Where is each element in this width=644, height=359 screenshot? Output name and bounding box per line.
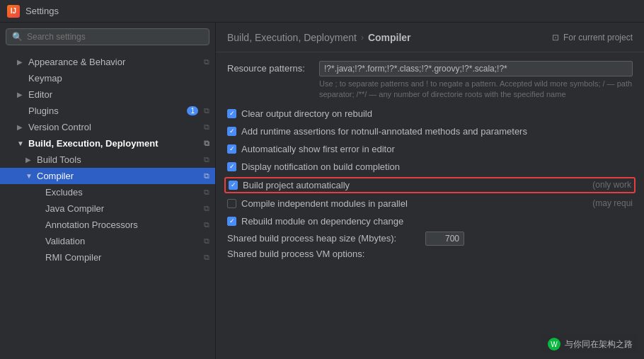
sidebar-item-excludes[interactable]: Excludes ⧉ — [0, 184, 215, 200]
content-area: Build, Execution, Deployment › Compiler … — [216, 23, 644, 359]
setting-row-rebuild-dependency: ✓ Rebuild module on dependency change — [227, 214, 633, 229]
setting-row-auto-show-error: ✓ Automatically show first error in edit… — [227, 142, 633, 156]
checkbox-label: Add runtime assertions for notnull-annot… — [241, 126, 527, 137]
heap-size-row: Shared build process heap size (Mbytes): — [227, 232, 633, 246]
checkbox-label: Clear output directory on rebuild — [241, 108, 372, 119]
checkbox-auto-show-error[interactable]: ✓ Automatically show first error in edit… — [227, 144, 395, 154]
checkbox-clear-output[interactable]: ✓ Clear output directory on rebuild — [227, 108, 372, 119]
expand-arrow-editor: ▶ — [17, 91, 25, 98]
copy-icon: ⧉ — [204, 122, 209, 132]
checkmark: ✓ — [229, 146, 235, 152]
checkmark: ✓ — [229, 110, 235, 117]
sidebar-item-label: Compiler — [37, 171, 201, 181]
sidebar-item-label: Appearance & Behavior — [28, 57, 201, 67]
checkbox-label: Compile independent modules in parallel — [241, 198, 408, 209]
plugins-badge: 1 — [187, 106, 198, 115]
checkmark: ✓ — [229, 128, 235, 135]
checkmark: ✓ — [229, 218, 235, 224]
sidebar-item-keymap[interactable]: Keymap — [0, 70, 215, 86]
checkbox-compile-parallel[interactable]: Compile independent modules in parallel — [227, 198, 408, 209]
copy-icon: ⧉ — [204, 237, 209, 246]
copy-icon: ⧉ — [204, 171, 209, 181]
setting-row-display-notification: ✓ Display notification on build completi… — [227, 159, 633, 174]
checkbox-compile-parallel-box[interactable] — [227, 199, 236, 208]
checkbox-build-automatically-box[interactable]: ✓ — [229, 181, 238, 190]
resource-input-area: Use ; to separate patterns and ! to nega… — [319, 61, 633, 101]
copy-icon: ⧉ — [204, 155, 209, 164]
sidebar-item-label: Version Control — [28, 122, 201, 132]
for-current-project-label: For current project — [563, 33, 633, 42]
window-title: Settings — [25, 6, 59, 16]
expand-arrow-vc: ▶ — [17, 123, 25, 131]
search-box[interactable]: 🔍 — [6, 28, 209, 45]
sidebar-item-label: Keymap — [28, 73, 209, 84]
setting-row-compile-parallel: Compile independent modules in parallel … — [227, 196, 633, 211]
checkbox-clear-output-box[interactable]: ✓ — [227, 109, 236, 118]
sidebar-item-label: Build, Execution, Deployment — [28, 138, 201, 149]
for-current-project-button[interactable]: ⊡ For current project — [552, 33, 633, 42]
checkbox-display-notification[interactable]: ✓ Display notification on build completi… — [227, 161, 400, 172]
resource-patterns-label: Resource patterns: — [227, 61, 319, 74]
sidebar-item-label: RMI Compiler — [45, 252, 201, 263]
sidebar-item-editor[interactable]: ▶ Editor — [0, 86, 215, 103]
setting-row-clear-output: ✓ Clear output directory on rebuild — [227, 106, 633, 121]
expand-arrow-compiler: ▼ — [25, 172, 34, 180]
content-body: Resource patterns: Use ; to separate pat… — [216, 52, 644, 359]
checkmark: ✓ — [229, 164, 235, 170]
app-icon: IJ — [7, 5, 20, 18]
sidebar-item-label: Excludes — [45, 187, 201, 198]
sidebar-item-version-control[interactable]: ▶ Version Control ⧉ — [0, 119, 215, 135]
sidebar-item-label: Validation — [45, 236, 201, 246]
checkbox-display-notification-box[interactable]: ✓ — [227, 162, 236, 171]
checkbox-auto-show-error-box[interactable]: ✓ — [227, 144, 236, 154]
sidebar-item-build-exec-deploy[interactable]: ▼ Build, Execution, Deployment ⧉ — [0, 135, 215, 152]
sidebar-item-label: Annotation Processors — [45, 220, 201, 230]
expand-arrow-build-tools: ▶ — [25, 156, 34, 164]
breadcrumb-separator: › — [361, 33, 364, 42]
checkbox-label: Build project automatically — [243, 180, 350, 190]
sidebar-item-compiler[interactable]: ▼ Compiler ⧉ — [0, 168, 215, 184]
vm-options-row: Shared build process VM options: — [227, 249, 633, 259]
sidebar-item-label: Editor — [28, 89, 209, 100]
checkbox-label: Automatically show first error in editor — [241, 144, 395, 154]
copy-icon: ⧉ — [204, 57, 209, 67]
sidebar-item-label: Java Compiler — [45, 203, 201, 214]
expand-arrow-bed: ▼ — [17, 139, 25, 147]
copy-icon: ⧉ — [204, 188, 209, 197]
sidebar-item-annotation-processors[interactable]: Annotation Processors ⧉ — [0, 217, 215, 233]
heap-size-label: Shared build process heap size (Mbytes): — [227, 233, 425, 244]
project-icon: ⊡ — [552, 33, 559, 42]
sidebar-item-validation[interactable]: Validation ⧉ — [0, 233, 215, 249]
breadcrumb-link[interactable]: Build, Execution, Deployment — [227, 32, 357, 43]
resource-patterns-input[interactable] — [319, 61, 633, 76]
expand-arrow-appearance: ▶ — [17, 58, 25, 66]
copy-icon: ⧉ — [204, 106, 209, 115]
resource-patterns-hint: Use ; to separate patterns and ! to nega… — [319, 79, 633, 101]
sidebar-item-plugins[interactable]: Plugins 1 ⧉ — [0, 103, 215, 119]
checkbox-rebuild-dependency[interactable]: ✓ Rebuild module on dependency change — [227, 216, 403, 227]
checkbox-runtime-assertions-box[interactable]: ✓ — [227, 127, 236, 136]
sidebar-item-java-compiler[interactable]: Java Compiler ⧉ — [0, 200, 215, 217]
checkbox-rebuild-dependency-box[interactable]: ✓ — [227, 217, 236, 226]
search-input[interactable] — [27, 32, 203, 42]
checkmark: ✓ — [231, 182, 236, 188]
sidebar-item-appearance[interactable]: ▶ Appearance & Behavior ⧉ — [0, 54, 215, 70]
vm-options-label: Shared build process VM options: — [227, 249, 364, 259]
heap-size-input[interactable] — [425, 232, 464, 246]
copy-icon: ⧉ — [204, 204, 209, 213]
checkbox-label: Display notification on build completion — [241, 161, 400, 172]
search-icon: 🔍 — [12, 32, 23, 42]
compile-parallel-right-label: (may requi — [578, 198, 633, 208]
sidebar-item-build-tools[interactable]: ▶ Build Tools ⧉ — [0, 152, 215, 168]
sidebar: 🔍 ▶ Appearance & Behavior ⧉ Keymap ▶ Edi… — [0, 23, 216, 359]
checkbox-label: Rebuild module on dependency change — [241, 216, 403, 227]
sidebar-item-label: Build Tools — [37, 154, 201, 165]
checkbox-runtime-assertions[interactable]: ✓ Add runtime assertions for notnull-ann… — [227, 126, 527, 137]
titlebar: IJ Settings — [0, 0, 644, 23]
breadcrumb-current: Compiler — [368, 32, 411, 43]
checkbox-build-automatically[interactable]: ✓ Build project automatically — [229, 180, 350, 190]
sidebar-item-rmi-compiler[interactable]: RMI Compiler ⧉ — [0, 249, 215, 266]
sidebar-item-label: Plugins — [28, 106, 187, 116]
sidebar-nav: ▶ Appearance & Behavior ⧉ Keymap ▶ Edito… — [0, 51, 215, 359]
copy-icon: ⧉ — [204, 220, 209, 229]
